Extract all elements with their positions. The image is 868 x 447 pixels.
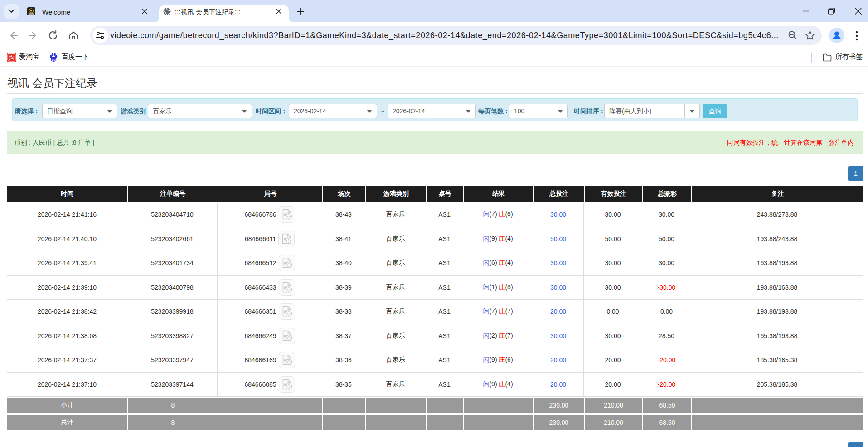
svg-text:淘: 淘: [9, 54, 15, 61]
svg-text:du: du: [52, 58, 56, 62]
